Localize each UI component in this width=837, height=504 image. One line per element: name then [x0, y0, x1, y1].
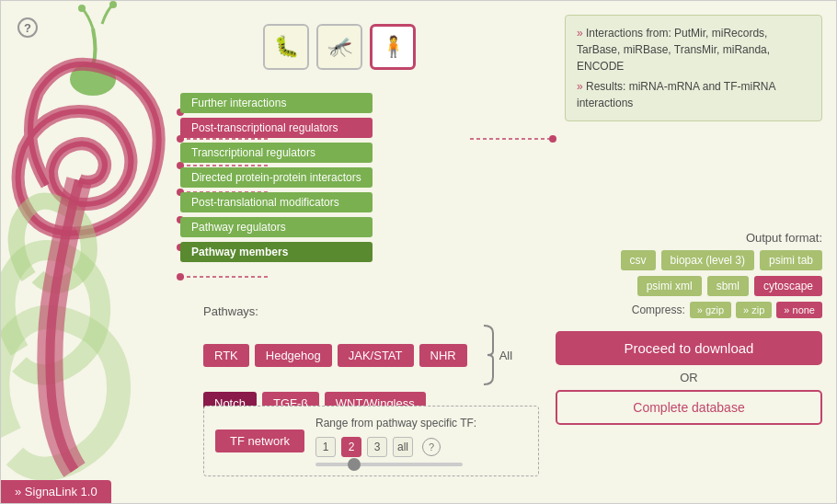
format-biopax[interactable]: biopax (level 3) [661, 250, 754, 270]
compress-none[interactable]: » none [776, 302, 822, 318]
compress-label: Compress: [632, 304, 685, 316]
range-1[interactable]: 1 [315, 437, 336, 457]
help-icon[interactable]: ? [17, 17, 38, 38]
tf-help-text: ? [429, 441, 434, 452]
itype-directed-ppi[interactable]: Directed protein-protein interactors [180, 167, 373, 188]
format-csv[interactable]: csv [621, 250, 656, 270]
help-text: ? [24, 21, 31, 35]
complete-database-button[interactable]: Complete database [556, 390, 822, 425]
tf-range-buttons: 1 2 3 all ? [315, 437, 476, 457]
tf-row1: TF network Range from pathway specific T… [215, 416, 527, 466]
tf-range-wrapper: Range from pathway specific TF: 1 2 3 al… [315, 416, 476, 466]
pathway-nhr[interactable]: NHR [419, 344, 467, 367]
pathways-label: Pathways: [203, 304, 553, 318]
itype-pathway-members[interactable]: Pathway members [180, 242, 373, 262]
tf-network-button[interactable]: TF network [215, 430, 304, 452]
range-all[interactable]: all [393, 437, 413, 457]
info-box: » Interactions from: PutMir, miRecords, … [565, 15, 822, 121]
compress-gzip[interactable]: » gzip [690, 302, 731, 318]
organism-fly[interactable]: 🦟 [316, 24, 362, 70]
format-row-2: psimi xml sbml cytoscape [556, 276, 822, 296]
compress-zip[interactable]: » zip [736, 302, 772, 318]
organism-worm[interactable]: 🐛 [263, 24, 309, 70]
format-sbml[interactable]: sbml [707, 276, 749, 296]
svg-point-13 [549, 135, 556, 143]
format-psimi-tab[interactable]: psimi tab [760, 250, 822, 270]
format-cytoscape[interactable]: cytoscape [754, 276, 822, 296]
range-slider-track [315, 463, 463, 466]
app-container: ? 🐛 🦟 🧍 » Interactions from: PutMir, miR… [0, 0, 837, 504]
range-slider-thumb[interactable] [348, 458, 361, 471]
interaction-types-panel: Further interactions Post-transcriptiona… [180, 93, 373, 262]
itype-pathway-regulators[interactable]: Pathway regulators [180, 217, 373, 237]
itype-further[interactable]: Further interactions [180, 93, 373, 113]
info-line1: » Interactions from: PutMir, miRecords, … [577, 25, 810, 74]
pathway-rtk[interactable]: RTK [203, 344, 249, 367]
or-label: OR [556, 371, 822, 384]
signalink-footer: » SignaLink 1.0 [1, 480, 111, 503]
pathway-row-1: RTK Hedgehog JAK/STAT NHR All [203, 324, 553, 386]
itype-post-transcriptional[interactable]: Post-transcriptional regulators [180, 118, 373, 138]
right-panel: Output format: csv biopax (level 3) psim… [556, 231, 822, 425]
format-row-1: csv biopax (level 3) psimi tab [556, 250, 822, 270]
signalink-label: » SignaLink 1.0 [15, 485, 97, 498]
format-psimi-xml[interactable]: psimi xml [637, 276, 702, 296]
organism-icons: 🐛 🦟 🧍 [263, 24, 416, 70]
proceed-download-button[interactable]: Proceed to download [556, 331, 822, 365]
all-label: All [499, 349, 512, 362]
itype-post-translational[interactable]: Post-translational modificators [180, 192, 373, 212]
range-3[interactable]: 3 [367, 437, 387, 457]
tf-network-section: TF network Range from pathway specific T… [203, 406, 539, 476]
pathway-jak-stat[interactable]: JAK/STAT [338, 344, 414, 367]
compress-row: Compress: » gzip » zip » none [556, 302, 822, 318]
info-line2: » Results: miRNA-mRNA and TF-miRNA inter… [577, 78, 810, 111]
range-slider-container [315, 463, 463, 466]
organism-human[interactable]: 🧍 [370, 24, 416, 70]
output-format-label: Output format: [556, 231, 822, 245]
all-bracket-top: All [476, 324, 512, 386]
tf-range-label: Range from pathway specific TF: [315, 417, 476, 430]
range-2[interactable]: 2 [341, 437, 361, 457]
pathways-section: Pathways: RTK Hedgehog JAK/STAT NHR All … [203, 304, 553, 420]
tf-help-icon[interactable]: ? [422, 438, 441, 456]
svg-point-1 [109, 1, 117, 8]
svg-point-0 [78, 5, 86, 12]
itype-transcriptional[interactable]: Transcriptional regulators [180, 143, 373, 163]
pathway-hedgehog[interactable]: Hedgehog [255, 344, 332, 367]
snail-illustration [1, 1, 203, 504]
